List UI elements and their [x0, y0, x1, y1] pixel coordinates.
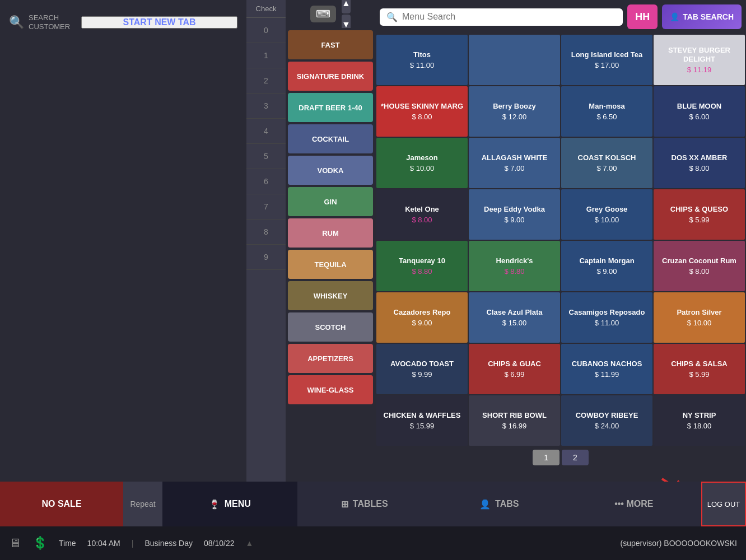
menu-item-chicken-waffles[interactable]: CHICKEN & WAFFLES $ 15.99	[376, 395, 468, 446]
menu-grid-area: 🔍 HH 👤 TAB SEARCH Titos $ 11.00 Long Isl…	[375, 0, 746, 468]
category-wine-glass[interactable]: WINE-GLASS	[288, 375, 373, 404]
menu-top-bar: 🔍 HH 👤 TAB SEARCH	[375, 0, 746, 34]
category-vodka[interactable]: VODKA	[288, 156, 373, 185]
check-1[interactable]: 1	[246, 43, 286, 68]
left-panel: 🔍 SEARCH CUSTOMER START NEW TAB	[0, 0, 246, 482]
keyboard-bar: ⌨ ▲ ▼	[286, 0, 375, 28]
menu-icon: 🍷	[209, 499, 220, 510]
supervisor-label: (supervisor) BOOOOOOKOWSKI	[621, 539, 737, 548]
menu-item-coast-kolsch[interactable]: COAST KOLSCH $ 7.00	[561, 138, 652, 188]
check-column: Check 0 1 2 3 4 5 6 7 8 9	[246, 0, 286, 482]
repeat-button[interactable]: Repeat	[123, 482, 162, 526]
search-customer-button[interactable]: 🔍 SEARCH CUSTOMER	[9, 13, 70, 31]
search-customer-label: SEARCH CUSTOMER	[29, 13, 70, 31]
tab-search-button[interactable]: 👤 TAB SEARCH	[662, 4, 742, 29]
page-1-button[interactable]: 1	[533, 450, 560, 465]
check-8[interactable]: 8	[246, 220, 286, 245]
monitor-icon: 🖥	[9, 536, 21, 550]
pagination-bar: 1 2	[375, 447, 746, 468]
menu-item-cruzan[interactable]: Cruzan Coconut Rum $ 8.00	[654, 241, 745, 291]
menu-search-box[interactable]: 🔍	[380, 8, 623, 26]
menu-item-berry-boozy[interactable]: Berry Boozy $ 12.00	[469, 86, 560, 137]
menu-item-empty-1	[469, 35, 560, 85]
menu-item-captain-morgan[interactable]: Captain Morgan $ 9.00	[561, 241, 652, 291]
menu-item-cazadores[interactable]: Cazadores Repo $ 9.00	[376, 292, 468, 343]
menu-item-hendricks[interactable]: Hendrick's $ 8.80	[469, 241, 560, 291]
menu-item-jameson[interactable]: Jameson $ 10.00	[376, 138, 468, 188]
menu-item-blue-moon[interactable]: BLUE MOON $ 6.00	[654, 86, 745, 137]
category-whiskey[interactable]: WHISKEY	[288, 281, 373, 310]
category-rum[interactable]: RUM	[288, 218, 373, 248]
menu-item-chips-queso[interactable]: CHIPS & QUESO $ 5.99	[654, 189, 745, 240]
page-2-button[interactable]: 2	[562, 450, 589, 465]
nav-menu-tab[interactable]: 🍷 MENU	[162, 482, 297, 526]
menu-item-man-mosa[interactable]: Man-mosa $ 6.50	[561, 86, 652, 137]
no-sale-button[interactable]: NO SALE	[0, 482, 123, 526]
menu-grid: Titos $ 11.00 Long Island Iced Tea $ 17.…	[375, 34, 746, 447]
menu-item-cubanos-nachos[interactable]: CUBANOS NACHOS $ 11.99	[561, 344, 652, 394]
search-icon: 🔍	[9, 15, 24, 30]
nav-tabs-tab[interactable]: 👤 TABS	[432, 482, 567, 526]
menu-item-house-marg[interactable]: *HOUSE SKINNY MARG $ 8.00	[376, 86, 468, 137]
status-bar: 🖥 💲 Time 10:04 AM | Business Day 08/10/2…	[0, 526, 746, 560]
menu-item-allagash[interactable]: ALLAGASH WHITE $ 7.00	[469, 138, 560, 188]
check-label: Check	[246, 0, 286, 18]
tables-icon: ⊞	[341, 499, 348, 510]
category-appetizers[interactable]: APPETIZERS	[288, 344, 373, 373]
category-tequila[interactable]: TEQUILA	[288, 250, 373, 279]
nav-tabs: 🍷 MENU ⊞ TABLES 👤 TABS ••• MORE	[162, 482, 701, 526]
menu-item-cowboy-ribeye[interactable]: COWBOY RIBEYE $ 24.00	[561, 395, 652, 446]
keyboard-icon: ⌨	[310, 6, 336, 22]
top-bar: 🔍 SEARCH CUSTOMER START NEW TAB	[0, 0, 246, 45]
menu-item-ketel-one[interactable]: Ketel One $ 8.00	[376, 189, 468, 240]
person-icon-nav: 👤	[479, 499, 491, 510]
person-icon: 👤	[670, 12, 679, 21]
search-icon-menu: 🔍	[386, 12, 398, 22]
menu-item-ny-strip[interactable]: NY STRIP $ 18.00	[654, 395, 745, 446]
category-draft-beer[interactable]: DRAFT BEER 1-40	[288, 93, 373, 122]
menu-item-patron[interactable]: Patron Silver $ 10.00	[654, 292, 745, 343]
menu-item-dos-xx[interactable]: DOS XX AMBER $ 8.00	[654, 138, 745, 188]
dollar-icon: 💲	[32, 536, 48, 550]
scroll-up-button[interactable]: ▲	[342, 0, 351, 13]
menu-item-avocado-toast[interactable]: AVOCADO TOAST $ 9.99	[376, 344, 468, 394]
logout-button[interactable]: LOG OUT	[701, 482, 746, 526]
category-signature-drink[interactable]: SIGNATURE DRINK	[288, 62, 373, 91]
nav-tables-tab[interactable]: ⊞ TABLES	[297, 482, 432, 526]
start-new-tab-button[interactable]: START NEW TAB	[81, 16, 237, 29]
time-label: Time	[59, 539, 76, 548]
category-fast[interactable]: FAST	[288, 30, 373, 59]
bottom-navigation: NO SALE Repeat 🍷 MENU ⊞ TABLES 👤 TABS ••…	[0, 482, 746, 526]
menu-item-casamigos[interactable]: Casamigos Reposado $ 11.00	[561, 292, 652, 343]
check-4[interactable]: 4	[246, 119, 286, 144]
menu-item-chips-salsa[interactable]: CHIPS & SALSA $ 5.99	[654, 344, 745, 394]
time-value: 10:04 AM	[87, 539, 120, 548]
category-gin[interactable]: GIN	[288, 187, 373, 216]
menu-item-short-rib[interactable]: SHORT RIB BOWL $ 16.99	[469, 395, 560, 446]
business-day-value: 08/10/22	[204, 539, 235, 548]
check-0[interactable]: 0	[246, 18, 286, 43]
check-6[interactable]: 6	[246, 169, 286, 194]
menu-search-input[interactable]	[402, 12, 616, 22]
category-panel: FAST SIGNATURE DRINK DRAFT BEER 1-40 COC…	[286, 28, 375, 482]
menu-item-stevey-burger[interactable]: STEVEY BURGER DELIGHT $ 11.19	[654, 35, 745, 85]
menu-item-deep-eddy[interactable]: Deep Eddy Vodka $ 9.00	[469, 189, 560, 240]
check-9[interactable]: 9	[246, 245, 286, 270]
nav-more-tab[interactable]: ••• MORE	[567, 482, 702, 526]
menu-item-titos[interactable]: Titos $ 11.00	[376, 35, 468, 85]
menu-item-chips-guac[interactable]: CHIPS & GUAC $ 6.99	[469, 344, 560, 394]
check-2[interactable]: 2	[246, 68, 286, 94]
category-scotch[interactable]: SCOTCH	[288, 312, 373, 342]
check-5[interactable]: 5	[246, 144, 286, 169]
business-day-label: Business Day	[144, 539, 193, 548]
menu-item-long-island[interactable]: Long Island Iced Tea $ 17.00	[561, 35, 652, 85]
menu-item-tanqueray[interactable]: Tanqueray 10 $ 8.80	[376, 241, 468, 291]
check-3[interactable]: 3	[246, 94, 286, 119]
menu-item-grey-goose[interactable]: Grey Goose $ 10.00	[561, 189, 652, 240]
category-cocktail[interactable]: COCKTAIL	[288, 124, 373, 153]
check-7[interactable]: 7	[246, 194, 286, 220]
menu-item-clase-azul[interactable]: Clase Azul Plata $ 15.00	[469, 292, 560, 343]
hh-button[interactable]: HH	[627, 4, 658, 29]
